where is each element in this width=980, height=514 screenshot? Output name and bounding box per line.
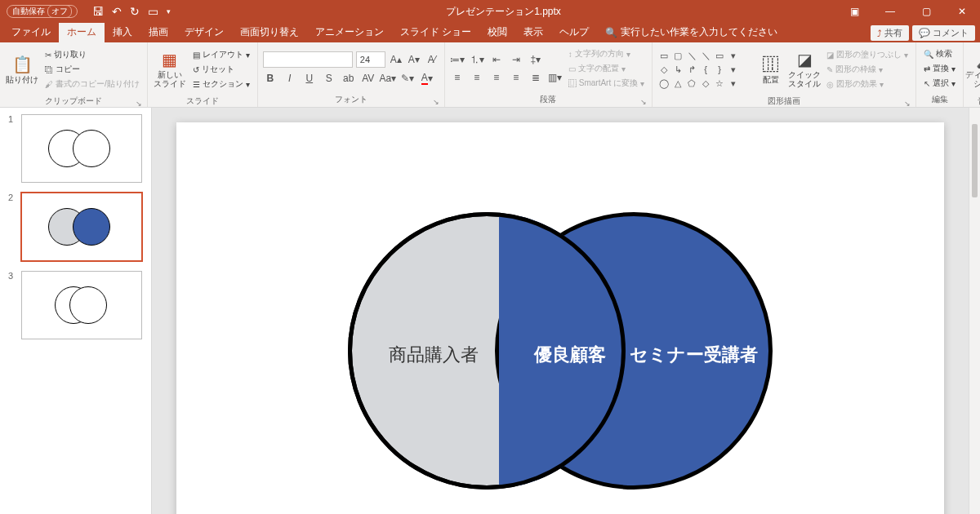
venn-diagram[interactable]: 商品購入者 優良顧客 セミナー受講者 (348, 196, 773, 514)
undo-icon[interactable]: ↶ (112, 5, 122, 18)
indent-left-button[interactable]: ⇤ (489, 52, 504, 67)
cursor-icon: ↖ (924, 79, 930, 88)
bullets-button[interactable]: ≔▾ (450, 52, 465, 67)
tab-transitions[interactable]: 画面切り替え (232, 23, 307, 42)
autosave-toggle[interactable]: 自動保存 オフ (7, 5, 78, 18)
shadow-button[interactable]: ab (341, 71, 356, 86)
text-direction-button[interactable]: ↕文字列の方向▾ (566, 47, 647, 60)
close-icon[interactable]: ✕ (944, 0, 980, 23)
maximize-icon[interactable]: ▢ (908, 0, 944, 23)
find-button[interactable]: 🔍検索 (921, 47, 958, 60)
comments-button[interactable]: 💬コメント (912, 25, 975, 41)
copy-button[interactable]: ⿻コピー (42, 63, 142, 76)
bold-button[interactable]: B (263, 71, 278, 86)
venn-label-left[interactable]: 商品購入者 (389, 343, 479, 367)
tab-animations[interactable]: アニメーション (307, 23, 392, 42)
font-name-combo[interactable] (263, 51, 353, 68)
underline-button[interactable]: U (302, 71, 317, 86)
venn-label-right[interactable]: セミナー受講者 (630, 343, 758, 367)
shape-fill-button[interactable]: ◪図形の塗りつぶし▾ (824, 48, 911, 61)
clear-format-icon[interactable]: A⁄ (425, 52, 439, 67)
font-size-combo[interactable]: 24 (356, 51, 385, 68)
change-case-button[interactable]: Aa▾ (381, 71, 395, 86)
align-center-button[interactable]: ≡ (470, 70, 484, 85)
tab-draw[interactable]: 描画 (140, 23, 176, 42)
scissors-icon: ✂ (45, 51, 51, 60)
scroll-thumb[interactable] (972, 124, 978, 197)
arrange-button[interactable]: ⿲ 配置 (757, 44, 785, 95)
paste-button[interactable]: 📋 貼り付け (5, 44, 39, 95)
align-right-button[interactable]: ≡ (489, 70, 504, 85)
decrease-font-icon[interactable]: A▾ (407, 52, 421, 67)
arrange-icon: ⿲ (763, 55, 779, 73)
dialog-launcher-icon[interactable]: ↘ (136, 100, 142, 108)
slide-thumbnail-1[interactable] (21, 114, 142, 183)
redo-icon[interactable]: ↻ (130, 5, 140, 18)
replace-button[interactable]: ⇄置換▾ (921, 62, 958, 75)
group-drawing: ▭▢＼＼▭▾ ◇↳↱{}▾ ◯△⬠◇☆▾ ⿲ 配置 ◪ クイック スタイル ◪図… (653, 42, 916, 107)
tab-design[interactable]: デザイン (176, 23, 232, 42)
slide-thumbnails-panel: 1 2 3 (0, 108, 152, 514)
group-editing: 🔍検索 ⇄置換▾ ↖選択▾ 編集 (916, 42, 964, 107)
tab-insert[interactable]: 挿入 (105, 23, 140, 42)
text-align-button[interactable]: ▭文字の配置▾ (566, 62, 647, 75)
dialog-launcher-icon[interactable]: ↘ (433, 98, 439, 106)
thumb-number: 2 (8, 193, 16, 261)
tab-view[interactable]: 表示 (515, 23, 551, 42)
shape-outline-button[interactable]: ✎図形の枠線▾ (824, 63, 911, 76)
group-voice: 🎤 ディクテー ション 音声 (964, 42, 980, 107)
section-button[interactable]: ☰セクション▾ (190, 78, 252, 91)
slide-editor[interactable]: 商品購入者 優良顧客 セミナー受講者 (152, 108, 969, 514)
numbering-button[interactable]: ⒈▾ (470, 52, 484, 67)
share-button[interactable]: ⤴共有 (871, 25, 909, 41)
shape-effects-button[interactable]: ◎図形の効果▾ (824, 78, 911, 91)
tellme-search[interactable]: 🔍 実行したい作業を入力してください (597, 23, 786, 42)
tab-help[interactable]: ヘルプ (551, 23, 597, 42)
italic-button[interactable]: I (283, 71, 297, 86)
slideshow-start-icon[interactable]: ▭ (148, 5, 158, 18)
tab-slideshow[interactable]: スライド ショー (392, 23, 479, 42)
copy-icon: ⿻ (45, 65, 53, 74)
font-color-button[interactable]: A▾ (420, 71, 434, 86)
align-left-button[interactable]: ≡ (450, 70, 465, 85)
highlight-button[interactable]: ✎▾ (400, 71, 415, 86)
vertical-scrollbar[interactable] (969, 108, 980, 514)
slide-thumbnail-2[interactable] (21, 193, 142, 261)
format-painter-button[interactable]: 🖌書式のコピー/貼り付け (42, 78, 142, 91)
group-paragraph: ≔▾ ⒈▾ ⇤ ⇥ ‡▾ ≡ ≡ ≡ ≡ ≣ ▥▾ ↕文字列の方向▾ ▭文字の配… (445, 42, 653, 107)
tab-review[interactable]: 校閲 (479, 23, 515, 42)
new-slide-button[interactable]: ▦ 新しい スライド (153, 44, 187, 95)
group-font: 24 A▴ A▾ A⁄ B I U S ab AV Aa▾ ✎▾ A▾ フ (258, 42, 445, 107)
strike-button[interactable]: S (322, 71, 336, 86)
char-spacing-button[interactable]: AV (361, 71, 376, 86)
dialog-launcher-icon[interactable]: ↘ (904, 100, 911, 108)
justify-button[interactable]: ≡ (509, 70, 523, 85)
columns-button[interactable]: ▥▾ (548, 70, 563, 85)
minimize-icon[interactable]: — (872, 0, 908, 23)
venn-label-center[interactable]: 優良顧客 (534, 343, 606, 367)
slide-thumbnail-3[interactable] (21, 271, 142, 339)
increase-font-icon[interactable]: A▴ (389, 52, 403, 67)
line-spacing-button[interactable]: ‡▾ (528, 52, 543, 67)
quick-styles-button[interactable]: ◪ クイック スタイル (788, 44, 821, 95)
shapes-gallery[interactable]: ▭▢＼＼▭▾ ◇↳↱{}▾ ◯△⬠◇☆▾ (657, 49, 754, 90)
dictate-button[interactable]: 🎤 ディクテー ション (969, 44, 980, 95)
align-icon: ▭ (568, 64, 576, 73)
reset-button[interactable]: ↺リセット (190, 63, 252, 76)
select-button[interactable]: ↖選択▾ (921, 77, 958, 90)
layout-button[interactable]: ▤レイアウト▾ (190, 48, 252, 61)
smartart-button[interactable]: ⿶SmartArt に変換▾ (566, 77, 647, 90)
search-icon: 🔍 (924, 50, 933, 59)
title-bar: 自動保存 オフ 🖫 ↶ ↻ ▭ ▾ プレゼンテーション1.pptx ▣ — ▢ … (0, 0, 980, 23)
distribute-button[interactable]: ≣ (528, 70, 543, 85)
save-icon[interactable]: 🖫 (92, 5, 104, 18)
dialog-launcher-icon[interactable]: ↘ (640, 98, 647, 106)
tab-file[interactable]: ファイル (3, 23, 59, 42)
tab-home[interactable]: ホーム (59, 23, 105, 42)
cut-button[interactable]: ✂切り取り (42, 48, 142, 61)
ribbon-options-icon[interactable]: ▣ (836, 0, 872, 23)
slide-canvas[interactable]: 商品購入者 優良顧客 セミナー受講者 (176, 122, 944, 514)
indent-right-button[interactable]: ⇥ (509, 52, 523, 67)
effects-icon: ◎ (826, 80, 834, 89)
thumb-number: 1 (8, 114, 16, 183)
